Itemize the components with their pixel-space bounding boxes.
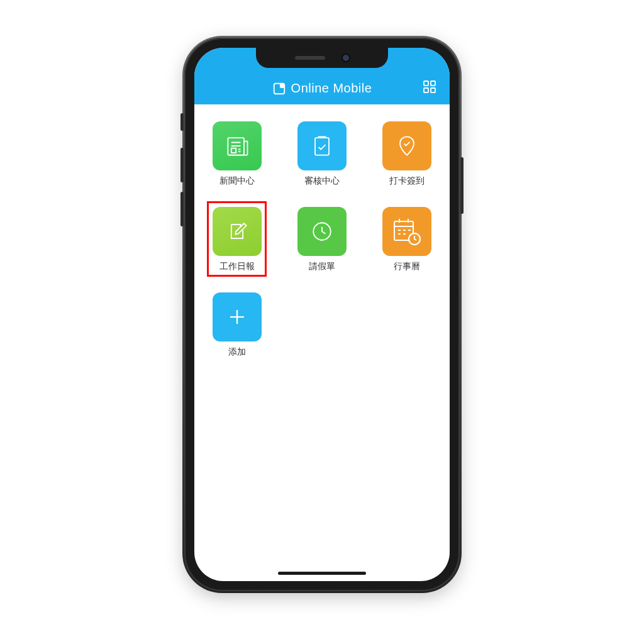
home-indicator[interactable] [278, 572, 366, 575]
app-item-calendar[interactable]: 行事曆 [377, 201, 437, 277]
app-item-news[interactable]: 新聞中心 [207, 116, 267, 191]
location-check-icon [393, 132, 421, 160]
grid-menu-button[interactable] [422, 79, 437, 94]
app-label: 行事曆 [394, 261, 420, 272]
silence-switch [180, 113, 184, 131]
app-tile [213, 292, 262, 341]
app-item-leave[interactable]: 請假單 [292, 201, 352, 277]
app-item-checkin[interactable]: 打卡簽到 [377, 116, 437, 191]
app-tile [213, 121, 262, 170]
volume-up-button [180, 148, 184, 182]
svg-rect-5 [431, 88, 435, 92]
clipboard-check-icon [308, 132, 336, 160]
calendar-clock-icon [391, 215, 423, 248]
app-item-report[interactable]: 工作日報 [207, 201, 267, 277]
volume-down-button [180, 192, 184, 226]
app-label: 請假單 [309, 261, 335, 272]
svg-rect-4 [424, 88, 428, 92]
power-button [460, 157, 464, 214]
app-item-review[interactable]: 審核中心 [292, 116, 352, 191]
app-label: 審核中心 [304, 175, 340, 187]
app-tile [382, 121, 431, 170]
app-title: Online Mobile [272, 81, 372, 96]
app-item-add[interactable]: 添加 [207, 287, 267, 362]
notch [256, 48, 388, 68]
logo-square-icon [272, 82, 286, 96]
phone-frame: Online Mobile [184, 38, 460, 591]
app-tile [297, 207, 347, 256]
svg-rect-2 [424, 81, 428, 86]
svg-rect-12 [315, 138, 329, 155]
app-tile [382, 207, 431, 256]
svg-rect-9 [231, 148, 235, 153]
svg-rect-1 [280, 83, 284, 87]
screen: Online Mobile [194, 48, 450, 581]
plus-icon [223, 303, 251, 331]
newspaper-icon [223, 132, 251, 160]
app-label: 打卡簽到 [389, 175, 425, 187]
app-label: 新聞中心 [219, 175, 255, 187]
compose-icon [223, 218, 251, 245]
svg-rect-3 [431, 81, 435, 86]
app-label: 添加 [228, 347, 246, 358]
front-camera [343, 55, 349, 61]
app-tile [213, 207, 262, 256]
app-content: 新聞中心 審核中心 [194, 104, 450, 374]
app-title-text: Online Mobile [291, 81, 372, 96]
clock-icon [308, 218, 336, 245]
app-tile [297, 121, 347, 170]
speaker-grille [295, 56, 325, 60]
grid-menu-icon [422, 79, 437, 94]
app-grid: 新聞中心 審核中心 [207, 116, 437, 362]
app-label: 工作日報 [219, 261, 255, 272]
